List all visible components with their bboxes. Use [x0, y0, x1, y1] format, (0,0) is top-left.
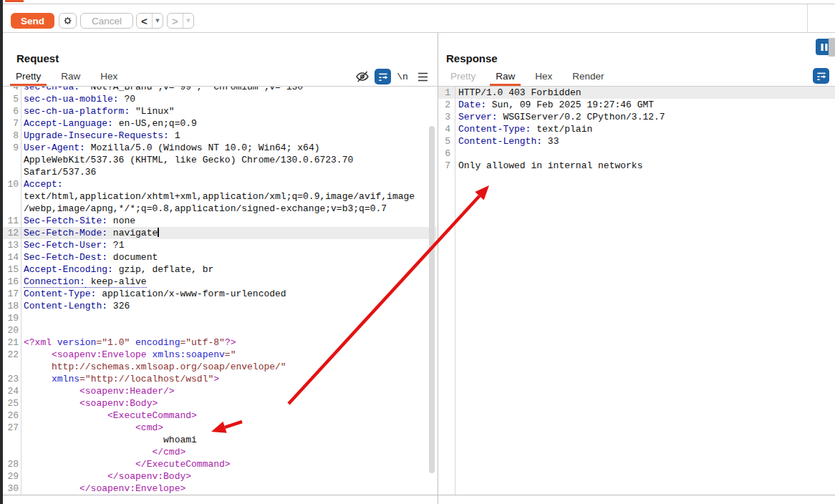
- code-segment: AppleWebKit/537.36 (KHTML, like Gecko) C…: [24, 155, 353, 165]
- settings-button[interactable]: [59, 13, 77, 29]
- line-number: 6: [438, 147, 450, 160]
- newline-toggle-button[interactable]: \n: [395, 69, 410, 84]
- next-dropdown[interactable]: ▼: [183, 14, 193, 28]
- code-line: 7Accept-Language: en-US,en;q=0.9: [0, 117, 437, 130]
- code-segment: <cmd>: [24, 422, 163, 433]
- code-line: Safari/537.36: [0, 166, 437, 178]
- code-segment: text/plain: [531, 124, 592, 135]
- code-segment: ="1.0": [96, 337, 135, 348]
- code-line: 1HTTP/1.0 403 Forbidden: [438, 87, 835, 99]
- code-segment: Sec-Fetch-Site:: [24, 215, 107, 226]
- code-segment: WSGIServer/0.2 CPython/3.12.7: [498, 112, 665, 122]
- tab-hex[interactable]: Hex: [95, 68, 123, 86]
- code-segment: Server:: [458, 112, 498, 122]
- request-soft-wrap-button[interactable]: [375, 69, 391, 84]
- code-segment: Connection:: [24, 276, 85, 288]
- next-request-button[interactable]: > ▼: [167, 13, 194, 29]
- response-editor[interactable]: 1HTTP/1.0 403 Forbidden2Date: Sun, 09 Fe…: [438, 87, 835, 495]
- code-segment: xmlns: [52, 374, 79, 384]
- code-line: 2Date: Sun, 09 Feb 2025 19:27:46 GMT: [438, 99, 835, 111]
- code-segment: <soapenv:Body>: [24, 398, 158, 409]
- code-line: 29 </soapenv:Body>: [0, 470, 437, 483]
- response-soft-wrap-button[interactable]: [813, 68, 829, 84]
- soft-wrap-icon: [816, 70, 827, 82]
- send-button[interactable]: Send: [11, 13, 54, 29]
- code-segment: Sec-Fetch-Dest:: [24, 252, 107, 263]
- code-line: 3Server: WSGIServer/0.2 CPython/3.12.7: [438, 111, 835, 123]
- code-line: 6sec-ch-ua-platform: "Linux": [0, 105, 437, 117]
- toolbar-bottom-divider: [0, 32, 835, 33]
- code-line: </cmd>: [0, 446, 437, 458]
- code-segment: sec-ch-ua-mobile:: [24, 94, 119, 105]
- code-line: 23 xmlns="http://localhost/wsdl">: [0, 373, 437, 385]
- line-number: 4: [438, 123, 450, 135]
- request-scrollbar[interactable]: [429, 126, 435, 473]
- code-line: text/html,application/xhtml+xml,applicat…: [0, 190, 437, 203]
- tab-render[interactable]: Render: [566, 68, 609, 86]
- code-segment: 33: [542, 136, 559, 147]
- request-menu-button[interactable]: [415, 69, 430, 84]
- hide-nonprinting-button[interactable]: [354, 69, 370, 84]
- toolbar-right-divider: [807, 4, 808, 32]
- code-segment: Mozilla/5.0 (Windows NT 10.0; Win64; x64…: [85, 142, 320, 153]
- window-scrollbar[interactable]: [829, 38, 835, 57]
- eye-slash-icon: [355, 69, 370, 84]
- code-line: 20: [0, 324, 437, 336]
- code-line: /webp,image/apng,*/*;q=0.8,application/s…: [0, 203, 437, 215]
- previous-chevron[interactable]: <: [137, 14, 152, 28]
- code-segment: >: [213, 374, 219, 384]
- code-segment: /webp,image/apng,*/*;q=0.8,application/s…: [24, 203, 387, 214]
- tab-pretty[interactable]: Pretty: [10, 68, 47, 86]
- code-segment: Content-Length:: [24, 301, 107, 311]
- editor-bottom-divider: [0, 495, 835, 495]
- code-segment: "Not?A_Brand";v="99", "Chromium";v="130": [79, 87, 309, 92]
- code-segment: Sun, 09 Feb 2025 19:27:46 GMT: [486, 100, 654, 110]
- code-segment: </cmd>: [24, 447, 185, 457]
- tab-pretty[interactable]: Pretty: [445, 68, 481, 86]
- request-editor[interactable]: 4sec-ch-ua: "Not?A_Brand";v="99", "Chrom…: [0, 87, 437, 495]
- code-segment: xmlns:soapenv: [152, 349, 224, 360]
- code-line: 19: [0, 312, 437, 324]
- code-segment: Only allowed in internal networks: [458, 160, 642, 171]
- code-segment: application/x-www-form-urlencoded: [96, 289, 286, 299]
- previous-request-button[interactable]: < ▼: [136, 13, 163, 29]
- code-segment: Content-Length:: [458, 136, 542, 147]
- code-line: 15Accept-Encoding: gzip, deflate, br: [0, 263, 437, 276]
- line-number: 3: [438, 111, 450, 123]
- code-segment: text/html,application/xhtml+xml,applicat…: [24, 191, 415, 202]
- code-segment: =": [225, 349, 236, 360]
- code-segment: en-US,en;q=0.9: [113, 118, 197, 129]
- response-gutter-divider: [455, 87, 455, 495]
- tab-hex[interactable]: Hex: [529, 68, 558, 86]
- request-gutter-divider: [21, 87, 21, 495]
- line-number: 7: [438, 160, 450, 172]
- active-tab-indicator: [5, 0, 24, 2]
- code-line: 6: [438, 147, 835, 160]
- code-segment: keep-alive: [85, 276, 147, 288]
- code-segment: </ExecuteCommand>: [24, 459, 231, 470]
- next-chevron: >: [168, 14, 183, 28]
- code-line: 30 </soapenv:Envelope>: [0, 483, 437, 495]
- code-segment: Safari/537.36: [24, 167, 96, 178]
- code-line: 16Connection: keep-alive: [0, 276, 437, 288]
- code-segment: Content-Type:: [458, 124, 531, 135]
- code-segment: Upgrade-Insecure-Requests:: [24, 130, 169, 141]
- code-line: 21<?xml version="1.0" encoding="utf-8"?>: [0, 336, 437, 349]
- code-segment: HTTP/1.0 403 Forbidden: [458, 87, 581, 98]
- repeater-window: Send Cancel < ▼ > ▼ Request PrettyRawHex…: [0, 0, 835, 504]
- response-tabs: PrettyRawHexRender: [445, 68, 619, 86]
- code-segment: none: [107, 215, 135, 226]
- tab-raw[interactable]: Raw: [490, 68, 521, 86]
- code-line: 25 <soapenv:Body>: [0, 397, 437, 410]
- code-line: 26 <ExecuteCommand>: [0, 410, 437, 422]
- code-segment: ?0: [119, 94, 135, 105]
- request-panel-title: Request: [16, 52, 59, 64]
- code-segment: encoding: [135, 337, 180, 348]
- cancel-button[interactable]: Cancel: [80, 13, 133, 29]
- tab-raw[interactable]: Raw: [55, 68, 86, 86]
- code-segment: [24, 374, 52, 384]
- previous-dropdown[interactable]: ▼: [152, 14, 163, 28]
- code-segment: ="utf-8": [180, 337, 224, 348]
- code-segment: User-Agent:: [24, 142, 85, 153]
- code-segment: ?>: [225, 337, 236, 348]
